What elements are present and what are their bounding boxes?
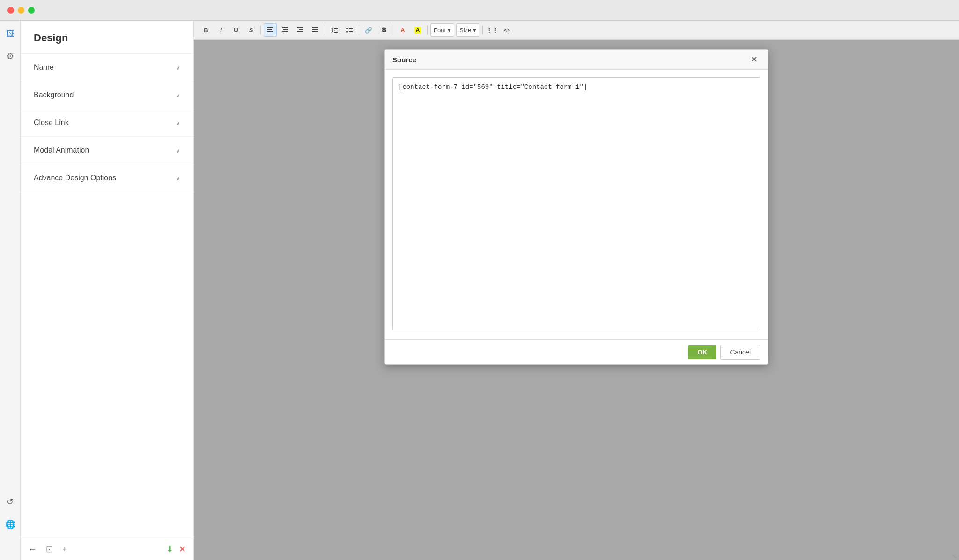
toolbar-separator-5 [427,25,428,35]
size-dropdown-label: Size [459,27,471,34]
align-center-button[interactable] [279,23,292,37]
sidebar-section-advance-design[interactable]: Advance Design Options ∨ [21,164,193,192]
sidebar-title: Design [21,21,193,54]
ok-button[interactable]: OK [688,345,716,359]
svg-rect-15 [312,33,318,33]
unordered-list-button[interactable] [343,23,356,37]
toolbar-separator-4 [393,25,393,35]
svg-rect-7 [283,33,287,33]
globe-rail-icon[interactable]: 🌐 [3,517,18,532]
sidebar-section-close-link[interactable]: Close Link ∨ [21,109,193,137]
resize-handle[interactable]: ⤡ [952,553,959,560]
sidebar-section-name-header[interactable]: Name ∨ [21,54,193,81]
svg-point-22 [346,31,348,33]
toolbar-separator-2 [325,25,325,35]
sidebar-section-modal-animation[interactable]: Modal Animation ∨ [21,137,193,164]
sidebar-section-advance-design-header[interactable]: Advance Design Options ∨ [21,164,193,192]
font-color-button[interactable]: A [396,23,409,37]
frame-icon[interactable]: ⊡ [46,544,53,554]
sidebar-section-modal-animation-label: Modal Animation [34,146,89,155]
app-container: 🖼 ⚙ ↺ 🌐 Design Name ∨ Background ∨ Close… [0,21,959,560]
delete-icon[interactable]: ✕ [179,544,186,554]
svg-rect-2 [267,31,273,32]
minimize-button[interactable] [18,7,24,14]
download-icon[interactable]: ⬇ [166,544,173,554]
svg-rect-23 [349,31,353,32]
sidebar-section-advance-design-label: Advance Design Options [34,174,116,182]
editor-toolbar: B I U S 1.2. 🔗 [194,21,959,40]
toolbar-separator-1 [260,25,261,35]
modal-footer: OK Cancel [385,339,768,364]
svg-point-20 [346,28,348,29]
svg-rect-6 [282,31,288,32]
svg-rect-1 [267,29,272,30]
refresh-rail-icon[interactable]: ↺ [3,494,18,509]
underline-button[interactable]: U [229,23,243,37]
font-dropdown-arrow: ▾ [448,27,451,34]
gear-rail-icon[interactable]: ⚙ [3,49,18,64]
align-right-button[interactable] [294,23,307,37]
icon-rail: 🖼 ⚙ ↺ 🌐 [0,21,21,560]
chevron-down-icon-background: ∨ [176,91,180,99]
modal-body: [contact-form-7 id="569" title="Contact … [385,70,768,339]
size-dropdown[interactable]: Size ▾ [456,23,480,37]
toolbar-separator-3 [359,25,359,35]
svg-rect-3 [267,33,271,33]
chevron-down-icon-name: ∨ [176,64,180,71]
size-dropdown-arrow: ▾ [473,27,476,34]
modal-title: Source [392,56,416,64]
more-options-button[interactable]: ⋮⋮ [486,23,499,37]
align-left-button[interactable] [264,23,277,37]
modal-overlay: Source ✕ [contact-form-7 id="569" title=… [194,40,959,560]
sidebar-section-name[interactable]: Name ∨ [21,54,193,81]
bold-button[interactable]: B [199,23,213,37]
sidebar-section-background-header[interactable]: Background ∨ [21,81,193,109]
svg-rect-13 [312,29,318,30]
unlink-button[interactable]: ⛓ [377,23,390,37]
svg-rect-19 [334,32,338,33]
cancel-button[interactable]: Cancel [720,345,760,360]
svg-rect-10 [297,31,303,32]
sidebar-section-background-label: Background [34,91,74,99]
svg-rect-5 [283,29,288,30]
sidebar-section-close-link-header[interactable]: Close Link ∨ [21,109,193,136]
svg-rect-11 [300,33,303,33]
source-button[interactable]: </> [501,23,514,37]
chevron-down-icon-modal-animation: ∨ [176,147,180,154]
font-dropdown-label: Font [434,27,446,34]
sidebar-section-close-link-label: Close Link [34,118,69,127]
svg-rect-21 [349,28,353,29]
svg-rect-0 [267,27,273,28]
content-area: Source ✕ [contact-form-7 id="569" title=… [194,40,959,560]
maximize-button[interactable] [28,7,35,14]
titlebar [0,0,959,21]
svg-rect-4 [282,27,288,28]
image-rail-icon[interactable]: 🖼 [3,26,18,41]
svg-rect-12 [312,27,318,28]
link-button[interactable]: 🔗 [362,23,375,37]
align-justify-button[interactable] [309,23,322,37]
add-icon[interactable]: + [62,545,67,554]
toolbar-separator-6 [482,25,483,35]
font-dropdown[interactable]: Font ▾ [430,23,454,37]
bottom-bar: ← ⊡ + ⬇ ✕ [21,538,193,560]
svg-text:</>: </> [504,28,510,33]
source-modal: Source ✕ [contact-form-7 id="569" title=… [384,49,768,365]
svg-rect-17 [334,28,338,29]
chevron-down-icon-advance-design: ∨ [176,174,180,182]
ordered-list-button[interactable]: 1.2. [328,23,341,37]
modal-close-button[interactable]: ✕ [748,54,760,65]
svg-rect-14 [312,31,318,32]
sidebar-section-modal-animation-header[interactable]: Modal Animation ∨ [21,137,193,164]
chevron-down-icon-close-link: ∨ [176,119,180,126]
italic-button[interactable]: I [214,23,228,37]
back-icon[interactable]: ← [28,545,37,554]
highlight-button[interactable]: A [411,23,424,37]
strikethrough-button[interactable]: S [244,23,258,37]
close-button[interactable] [7,7,14,14]
modal-header: Source ✕ [385,50,768,70]
sidebar: Design Name ∨ Background ∨ Close Link ∨ … [21,21,194,560]
main-content: B I U S 1.2. 🔗 [194,21,959,560]
source-textarea[interactable]: [contact-form-7 id="569" title="Contact … [392,77,760,330]
sidebar-section-background[interactable]: Background ∨ [21,81,193,109]
